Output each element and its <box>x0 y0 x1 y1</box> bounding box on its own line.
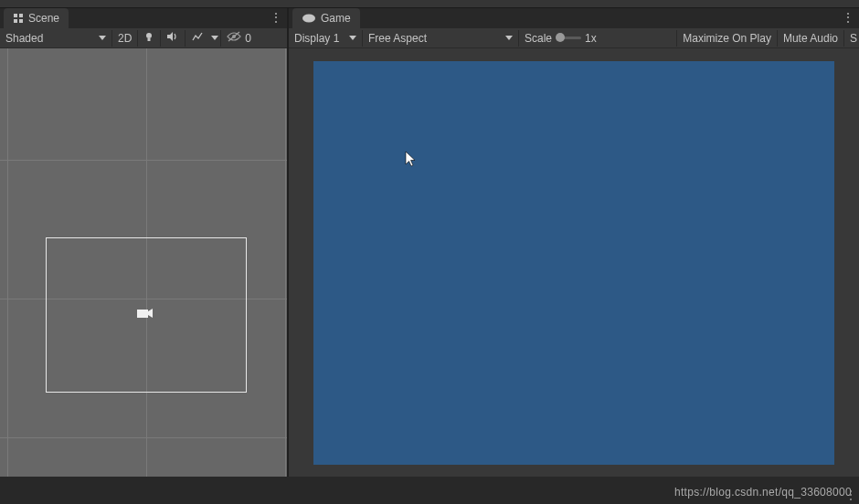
mode-2d-label: 2D <box>118 32 132 45</box>
scene-viewport[interactable] <box>0 48 287 477</box>
svg-rect-0 <box>14 14 17 17</box>
scene-audio-toggle[interactable] <box>161 29 185 47</box>
grid-line <box>7 48 8 477</box>
chevron-down-icon <box>349 36 356 40</box>
maximize-on-play-toggle[interactable]: Maximize On Play <box>677 29 777 47</box>
cursor-icon <box>405 151 418 170</box>
shading-dropdown-label: Shaded <box>5 32 43 45</box>
chevron-down-icon <box>505 36 513 40</box>
game-toolbar: Display 1 Free Aspect Scale 1x Maximize … <box>289 28 859 48</box>
light-icon <box>143 31 154 45</box>
scale-slider-thumb[interactable] <box>556 33 565 42</box>
svg-rect-1 <box>19 14 23 17</box>
tab-game-label: Game <box>321 12 351 25</box>
svg-rect-5 <box>148 38 151 41</box>
main-area: Scene ⋮ Shaded 2D <box>0 8 859 477</box>
maximize-label: Maximize On Play <box>683 32 771 45</box>
svg-point-4 <box>146 33 152 38</box>
gizmo-count: 0 <box>245 32 251 45</box>
chevron-down-icon <box>211 36 218 40</box>
watermark: https://blog.csdn.net/qq_33608000 <box>674 486 852 499</box>
audio-icon <box>166 31 179 45</box>
eye-off-icon <box>227 31 241 45</box>
gizmo-visibility-toggle[interactable]: 0 <box>221 29 257 47</box>
top-strip <box>0 0 859 8</box>
scale-slider-track[interactable] <box>556 37 581 39</box>
camera-gizmo-icon[interactable] <box>137 308 154 319</box>
scene-toolbar: Shaded 2D <box>0 28 287 48</box>
scene-icon <box>13 13 24 24</box>
grid-line <box>0 437 287 438</box>
scene-fx-dropdown[interactable] <box>209 29 220 47</box>
tab-game[interactable]: Game <box>292 8 360 28</box>
scale-label: Scale <box>525 32 552 45</box>
display-dropdown[interactable]: Display 1 <box>289 29 362 47</box>
game-icon <box>302 14 316 23</box>
display-dropdown-label: Display 1 <box>294 32 339 45</box>
game-viewport-wrap <box>289 48 859 477</box>
mute-label: Mute Audio <box>783 32 838 45</box>
mode-2d-toggle[interactable]: 2D <box>112 29 137 47</box>
tab-scene[interactable]: Scene <box>4 8 69 28</box>
grid-line <box>0 160 287 161</box>
scene-fx-toggle[interactable] <box>186 29 209 47</box>
scale-control[interactable]: Scale 1x <box>519 29 602 47</box>
scene-panel: Scene ⋮ Shaded 2D <box>0 8 289 477</box>
scene-tab-menu-icon[interactable]: ⋮ <box>270 10 281 25</box>
shading-dropdown[interactable]: Shaded <box>0 29 111 47</box>
svg-rect-2 <box>14 19 17 23</box>
svg-rect-8 <box>137 310 148 318</box>
scale-value: 1x <box>585 32 597 45</box>
game-tabbar: Game ⋮ <box>289 8 859 28</box>
stats-label: S <box>850 32 857 45</box>
scene-tabbar: Scene ⋮ <box>0 8 287 28</box>
aspect-dropdown[interactable]: Free Aspect <box>363 29 518 47</box>
svg-point-9 <box>302 15 315 23</box>
stats-toggle[interactable]: S <box>844 29 859 47</box>
game-viewport[interactable] <box>313 61 834 465</box>
aspect-dropdown-label: Free Aspect <box>368 32 427 45</box>
grid-line <box>285 48 286 477</box>
svg-rect-3 <box>19 19 23 23</box>
panel-menu-icon[interactable]: ⋮ <box>844 488 857 502</box>
mute-audio-toggle[interactable]: Mute Audio <box>778 29 843 47</box>
fx-icon <box>191 31 204 45</box>
game-panel: Game ⋮ Display 1 Free Aspect Scale 1x <box>289 8 859 477</box>
tab-scene-label: Scene <box>28 12 59 25</box>
chevron-down-icon <box>99 36 106 40</box>
scene-light-toggle[interactable] <box>138 29 160 47</box>
game-tab-menu-icon[interactable]: ⋮ <box>842 10 854 25</box>
